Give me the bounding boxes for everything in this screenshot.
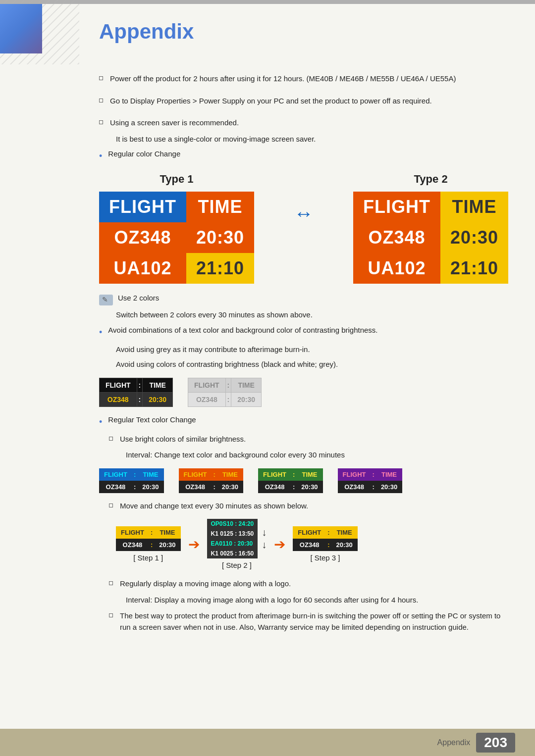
v3-data: OZ348 : 20:30: [258, 481, 323, 493]
step1-to-step2-arrow: ➔: [188, 536, 200, 553]
v2-header: FLIGHT : TIME: [179, 468, 244, 481]
v1-time: TIME: [137, 468, 163, 481]
sidebar-accent: [0, 0, 79, 64]
s3-time: TIME: [331, 526, 358, 539]
bullet-square-2: [99, 99, 103, 102]
step2-row4: K1 0025 : 16:50: [207, 549, 258, 558]
v1-colon2: :: [132, 481, 137, 493]
double-arrow: ↔: [294, 202, 314, 225]
v4-oz: OZ348: [338, 481, 371, 493]
type2-time2: 21:10: [440, 253, 508, 284]
type2-oz348: OZ348: [353, 222, 440, 253]
regular-text-dot: •: [99, 415, 102, 429]
final-square-1: [109, 581, 113, 585]
s3-colon2: :: [326, 539, 331, 551]
s2-line4: K1 0025 : 16:50: [207, 549, 258, 558]
v3-flight: FLIGHT: [258, 468, 291, 481]
bullet-text-3-sub: It is best to use a single-color or movi…: [116, 134, 505, 145]
contrast-bad1-header: FLIGHT : TIME: [100, 378, 173, 392]
type2-ua102: UA102: [353, 253, 440, 284]
avoid-bullet: • Avoid combinations of a text color and…: [99, 325, 505, 339]
s1-time: TIME: [154, 526, 180, 539]
bullet-square-3: [99, 120, 103, 124]
v2-oz: OZ348: [179, 481, 212, 493]
step2-to-step3-arrow: ➔: [274, 536, 285, 553]
avoid-text-2: Avoid using grey as it may contribute to…: [116, 344, 505, 355]
s3-time1: 20:30: [331, 539, 358, 551]
note-icon: [99, 295, 113, 305]
contrast-bad2-header: FLIGHT : TIME: [188, 378, 262, 392]
variant1-table: FLIGHT : TIME OZ348 : 20:30: [99, 468, 164, 493]
v3-header: FLIGHT : TIME: [258, 468, 323, 481]
bullet-item-1: Power off the product for 2 hours after …: [99, 73, 505, 85]
type2-row2: UA102 21:10: [353, 253, 508, 284]
s1-colon2: :: [149, 539, 154, 551]
v4-header: FLIGHT : TIME: [338, 468, 403, 481]
type1-row1: OZ348 20:30: [99, 222, 254, 253]
v2-data: OZ348 : 20:30: [179, 481, 244, 493]
cb2-colon2: :: [225, 392, 231, 406]
bullet-dot-4: •: [99, 150, 102, 163]
cb1-time1: 20:30: [143, 392, 173, 406]
final-text-1: Regularly display a moving image along w…: [120, 578, 291, 590]
s3-colon: :: [326, 526, 331, 539]
variant3-table: FLIGHT : TIME OZ348 : 20:30: [258, 468, 323, 493]
cb1-flight: FLIGHT: [100, 378, 137, 392]
avoid-text-3: Avoid using colors of contrasting bright…: [116, 359, 505, 370]
step2-content: OP0S10 : 24:20 K1 0125 : 13:50 EA0110 : …: [207, 519, 267, 558]
note-text: Use 2 colors: [118, 294, 159, 302]
s2-line2: K1 0125 : 13:50: [207, 529, 258, 539]
step2-row1: OP0S10 : 24:20: [207, 519, 258, 529]
note-sub: Switch between 2 colors every 30 minutes…: [116, 309, 505, 321]
step1-label: [ Step 1 ]: [116, 554, 181, 562]
type1-block: Type 1 FLIGHT TIME OZ348 20:30 UA102 21:…: [99, 173, 254, 284]
contrast-bad-table-1: FLIGHT : TIME OZ348 : 20:30: [99, 378, 173, 407]
type2-flight-header: FLIGHT: [353, 192, 440, 222]
contrast-bad2-data: OZ348 : 20:30: [188, 392, 262, 406]
note-row: Use 2 colors: [99, 294, 505, 305]
cb2-oz: OZ348: [188, 392, 226, 406]
step2-row2: K1 0125 : 13:50: [207, 529, 258, 539]
contrast-tables-row: FLIGHT : TIME OZ348 : 20:30 FLIGHT : TIM…: [99, 378, 505, 407]
step1-block: FLIGHT : TIME OZ348 : 20:30 [ Step 1 ]: [116, 526, 181, 562]
footer: Appendix 203: [0, 729, 535, 756]
step3-header: FLIGHT : TIME: [293, 526, 358, 539]
final-text-1-sub: Interval: Display a moving image along w…: [126, 595, 505, 606]
v1-oz: OZ348: [99, 481, 132, 493]
cb2-time: TIME: [231, 378, 262, 392]
type1-ua102: UA102: [99, 253, 186, 284]
contrast-bad1-data: OZ348 : 20:30: [100, 392, 173, 406]
type2-header-row: FLIGHT TIME: [353, 192, 508, 222]
bullet-square-1: [99, 76, 103, 80]
move-text: Move and change text every 30 minutes as…: [120, 501, 308, 512]
avoid-text-1: Avoid combinations of a text color and b…: [108, 325, 377, 336]
v4-time: TIME: [376, 468, 402, 481]
v2-colon2: :: [212, 481, 216, 493]
v4-time1: 20:30: [376, 481, 402, 493]
v1-time1: 20:30: [137, 481, 163, 493]
s1-time1: 20:30: [154, 539, 180, 551]
s3-flight: FLIGHT: [293, 526, 326, 539]
type1-header-row: FLIGHT TIME: [99, 192, 254, 222]
cb1-colon: :: [137, 378, 143, 392]
type2-time1: 20:30: [440, 222, 508, 253]
type1-label: Type 1: [160, 173, 194, 186]
type2-label: Type 2: [414, 173, 448, 186]
s2-line3: EA0110 : 20:30: [207, 539, 258, 549]
type1-row2: UA102 21:10: [99, 253, 254, 284]
bullet-item-2: Go to Display Properties > Power Supply …: [99, 96, 505, 107]
steps-row: FLIGHT : TIME OZ348 : 20:30 [ Step 1 ] ➔…: [116, 519, 505, 569]
cb2-flight: FLIGHT: [188, 378, 226, 392]
s1-flight: FLIGHT: [116, 526, 149, 539]
move-text-square: [109, 504, 113, 507]
v3-oz: OZ348: [258, 481, 291, 493]
cb2-time1: 20:30: [231, 392, 262, 406]
type1-time2: 21:10: [186, 253, 254, 284]
s1-oz: OZ348: [116, 539, 149, 551]
bullet-text-3: Using a screen saver is recommended.: [110, 117, 239, 129]
v4-colon2: :: [371, 481, 376, 493]
bullet-text-1: Power off the product for 2 hours after …: [110, 73, 456, 85]
final-square-2: [109, 613, 113, 617]
v3-time1: 20:30: [296, 481, 322, 493]
v2-colon: :: [212, 468, 216, 481]
